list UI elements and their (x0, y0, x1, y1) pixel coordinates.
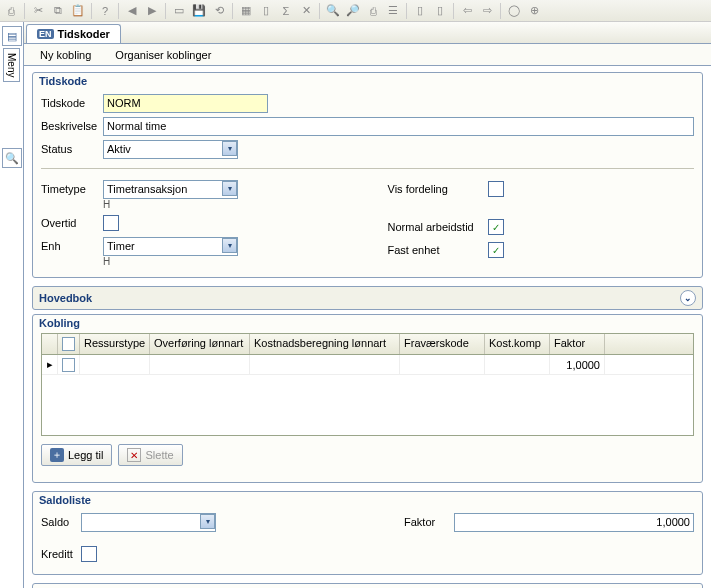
tidskode-input[interactable] (103, 94, 268, 113)
chevron-down-icon[interactable]: ▾ (222, 181, 237, 196)
nav-prev-icon[interactable]: ◀ (123, 2, 141, 20)
cell-fravaer[interactable] (400, 355, 485, 374)
expand-icon[interactable]: ⌄ (680, 290, 696, 306)
enh-sub: H (103, 256, 348, 267)
normal-checkbox[interactable]: ✓ (488, 219, 504, 235)
overtid-checkbox[interactable] (103, 215, 119, 231)
globe-icon[interactable]: ◯ (505, 2, 523, 20)
timetype-label: Timetype (41, 183, 103, 195)
faktor-label: Faktor (404, 516, 454, 528)
paste-icon[interactable]: 📋 (69, 2, 87, 20)
normal-label: Normal arbeidstid (388, 221, 488, 233)
panel-hovedbok[interactable]: Hovedbok ⌄ (32, 286, 703, 310)
vis-checkbox[interactable] (488, 181, 504, 197)
sum-icon[interactable]: Σ (277, 2, 295, 20)
cell-kostkomp[interactable] (485, 355, 550, 374)
panel-tidskode: Tidskode Tidskode Beskrivelse Status (32, 72, 703, 278)
saldo-field[interactable] (81, 513, 216, 532)
beskrivelse-label: Beskrivelse (41, 120, 103, 132)
panel-kobling: Kobling Ressurstype Overføring lønnart K… (32, 314, 703, 483)
tree-icon[interactable]: ☰ (384, 2, 402, 20)
gh-fravaer[interactable]: Fraværskode (400, 334, 485, 354)
legg-til-label: Legg til (68, 449, 103, 461)
doc-icon[interactable]: ▯ (411, 2, 429, 20)
cut-icon[interactable]: ✂ (29, 2, 47, 20)
chevron-down-icon[interactable]: ▾ (200, 514, 215, 529)
chevron-down-icon[interactable]: ▾ (222, 141, 237, 156)
slette-button[interactable]: ✕ Slette (118, 444, 182, 466)
tab-tidskoder[interactable]: EN Tidskoder (26, 24, 121, 43)
plus-icon[interactable]: ⊕ (525, 2, 543, 20)
tidskode-label: Tidskode (41, 97, 103, 109)
panel-title: Tidskode (33, 73, 702, 89)
enh-label: Enh (41, 240, 103, 252)
status-field[interactable] (103, 140, 238, 159)
overtid-label: Overtid (41, 217, 103, 229)
grid-icon[interactable]: ▦ (237, 2, 255, 20)
gh-faktor[interactable]: Faktor (550, 334, 605, 354)
tab-label: Tidskoder (58, 28, 110, 40)
fast-checkbox[interactable]: ✓ (488, 242, 504, 258)
gh-kostkomp[interactable]: Kost.komp (485, 334, 550, 354)
grid-body: ▸ 1,0000 (42, 355, 693, 435)
meny-tab[interactable]: Meny (3, 48, 20, 82)
enh-field[interactable] (103, 237, 238, 256)
content: EN Tidskoder Ny kobling Organiser koblin… (24, 22, 711, 588)
side-rail: ▤ Meny 🔍 (0, 22, 24, 588)
table-row[interactable]: ▸ 1,0000 (42, 355, 693, 375)
status-label: Status (41, 143, 103, 155)
kobling-grid: Ressurstype Overføring lønnart Kostnadsb… (41, 333, 694, 436)
cell-faktor[interactable]: 1,0000 (550, 355, 605, 374)
window-icon[interactable]: ▭ (170, 2, 188, 20)
sub-tab-ny[interactable]: Ny kobling (34, 46, 97, 64)
print-icon[interactable]: ⎙ (2, 2, 20, 20)
panel-sist: Sist oppdat. Bruker ID SYSEN Dato 18.11.… (32, 583, 703, 588)
legg-til-button[interactable]: ＋ Legg til (41, 444, 112, 466)
back-icon[interactable]: ⇦ (458, 2, 476, 20)
fast-label: Fast enhet (388, 244, 488, 256)
beskrivelse-input[interactable] (103, 117, 694, 136)
timetype-field[interactable] (103, 180, 238, 199)
help-icon[interactable]: ? (96, 2, 114, 20)
layout-icon[interactable]: ▤ (2, 26, 22, 46)
forward-icon[interactable]: ⇨ (478, 2, 496, 20)
refresh-icon[interactable]: ⟲ (210, 2, 228, 20)
row-indicator-icon: ▸ (42, 355, 58, 374)
enh-dropdown[interactable]: ▾ (103, 237, 238, 256)
plus-icon: ＋ (50, 448, 64, 462)
copy-icon[interactable]: ⧉ (49, 2, 67, 20)
save-icon[interactable]: 💾 (190, 2, 208, 20)
row-checkbox[interactable] (62, 358, 75, 372)
tab-badge: EN (37, 29, 54, 39)
zoom-icon[interactable]: 🔎 (344, 2, 362, 20)
gh-kostnad[interactable]: Kostnadsberegning lønnart (250, 334, 400, 354)
gh-indicator (42, 334, 58, 354)
magnifier-icon[interactable]: 🔍 (2, 148, 22, 168)
kreditt-checkbox[interactable] (81, 546, 97, 562)
delete-icon: ✕ (127, 448, 141, 462)
faktor-input[interactable] (454, 513, 694, 532)
saldo-dropdown[interactable]: ▾ (81, 513, 216, 532)
gh-ressurstype[interactable]: Ressurstype (80, 334, 150, 354)
gh-overforing[interactable]: Overføring lønnart (150, 334, 250, 354)
search-icon[interactable]: 🔍 (324, 2, 342, 20)
kobling-title: Kobling (33, 315, 702, 331)
cross-icon[interactable]: ✕ (297, 2, 315, 20)
sub-tab-org[interactable]: Organiser koblinger (109, 46, 217, 64)
panel-saldoliste: Saldoliste Saldo ▾ Faktor Kred (32, 491, 703, 575)
chevron-down-icon[interactable]: ▾ (222, 238, 237, 253)
saldo-title: Saldoliste (33, 492, 702, 508)
timetype-dropdown[interactable]: ▾ (103, 180, 238, 199)
slette-label: Slette (145, 449, 173, 461)
sist-title: Sist oppdat. (33, 584, 702, 588)
chart-icon[interactable]: ▯ (257, 2, 275, 20)
vis-label: Vis fordeling (388, 183, 488, 195)
status-dropdown[interactable]: ▾ (103, 140, 238, 159)
doc2-icon[interactable]: ▯ (431, 2, 449, 20)
printer-icon[interactable]: ⎙ (364, 2, 382, 20)
cell-overforing[interactable] (150, 355, 250, 374)
nav-next-icon[interactable]: ▶ (143, 2, 161, 20)
cell-kostnad[interactable] (250, 355, 400, 374)
cell-ressurstype[interactable] (80, 355, 150, 374)
gh-checkbox[interactable] (58, 334, 80, 354)
